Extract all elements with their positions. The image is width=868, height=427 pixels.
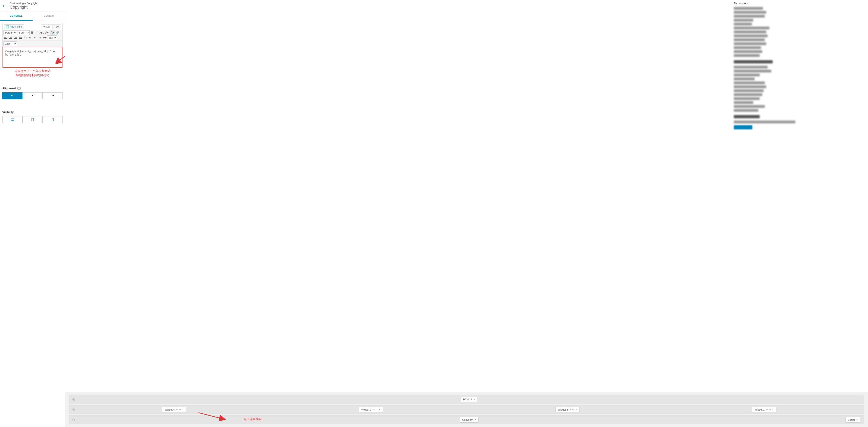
drag-handle-icon[interactable]: ⚙: [72, 397, 75, 402]
copy-icon[interactable]: ⧉: [179, 408, 181, 411]
indent-button[interactable]: ⇥: [37, 35, 42, 40]
chip-label: Widget 1: [755, 408, 765, 411]
bg-color-button[interactable]: A▾: [50, 30, 55, 35]
media-icon: [6, 25, 9, 28]
editor-wrapper: Add media Visual Text Paragraph Format: [2, 23, 63, 68]
bullet-list-button[interactable]: ⋮≡: [23, 35, 28, 40]
responsive-icon: [17, 87, 21, 90]
widget-chip-copyright[interactable]: Copyright ×: [460, 417, 479, 423]
add-media-label: Add media: [10, 25, 22, 28]
chip-label: Copyright: [462, 419, 473, 421]
link-button[interactable]: 🔗: [55, 30, 60, 35]
align-right-option[interactable]: [42, 92, 63, 99]
copy-icon[interactable]: ⧉: [769, 408, 771, 411]
alignment-segment-group: [0, 92, 65, 101]
close-icon[interactable]: ×: [379, 408, 380, 411]
outdent-button[interactable]: ⇤: [33, 35, 37, 40]
sidebar-header: Customizing ▸ Copyright Copyright: [0, 0, 65, 12]
editor-content-area[interactable]: Copyright © [current_year] [site_title].…: [3, 47, 62, 68]
tab-general[interactable]: GENERAL: [0, 12, 33, 21]
align-center-button[interactable]: [8, 35, 13, 40]
visibility-mobile[interactable]: [42, 116, 63, 123]
drag-handle-icon[interactable]: ⚙: [72, 407, 75, 412]
visibility-desktop[interactable]: [2, 116, 23, 123]
chip-label: Widget 2: [361, 408, 371, 411]
close-icon[interactable]: ×: [474, 418, 476, 422]
chip-label: Widget 3: [558, 408, 568, 411]
tags-select[interactable]: Tags: [47, 35, 57, 40]
alignment-section-label: Alignment: [0, 85, 65, 92]
svg-rect-4: [52, 118, 54, 121]
chip-label: Widget 4: [165, 408, 175, 411]
close-icon[interactable]: ×: [473, 398, 475, 401]
tab-design[interactable]: DESIGN: [33, 12, 65, 21]
copy-icon[interactable]: ⧉: [376, 408, 377, 411]
customizer-sidebar: Customizing ▸ Copyright Copyright GENERA…: [0, 0, 65, 427]
text-color-button[interactable]: A▾: [44, 30, 50, 35]
desktop-icon: [11, 118, 14, 121]
number-list-button[interactable]: 1≡: [28, 35, 32, 40]
editor-tab-text[interactable]: Text: [52, 24, 61, 29]
visibility-group: [0, 116, 65, 123]
align-left-button[interactable]: [3, 35, 8, 40]
widget-chip-widget4[interactable]: Widget 4 ⚙⧉ ×: [162, 407, 186, 413]
formats-select[interactable]: Formats: [18, 30, 30, 35]
insert-button[interactable]: ✚▾: [42, 35, 47, 40]
fontsize-select[interactable]: 12pt: [3, 41, 17, 46]
svg-rect-1: [11, 118, 14, 120]
annotation-label-2: 点击这里编辑: [244, 417, 262, 421]
visibility-section-label: Visibility: [0, 108, 65, 116]
visibility-tablet[interactable]: [23, 116, 42, 123]
preview-area: Tab content: [65, 0, 868, 392]
widget-chip-html1[interactable]: HTML 1 ×: [461, 397, 478, 402]
paragraph-select[interactable]: Paragraph: [3, 30, 17, 35]
svg-rect-3: [32, 118, 34, 121]
close-icon[interactable]: ×: [182, 408, 184, 411]
gear-icon[interactable]: ⚙: [176, 408, 178, 411]
chip-label: Social: [848, 419, 855, 421]
close-icon[interactable]: ×: [575, 408, 577, 411]
annotation-shortcode-note: 这里运用了一个年份和网站 标题的简码来实现自动化: [2, 69, 63, 77]
mobile-icon: [52, 118, 54, 121]
close-icon[interactable]: ×: [772, 408, 774, 411]
gear-icon[interactable]: ⚙: [373, 408, 375, 411]
panel-title: Copyright: [10, 5, 63, 10]
editor-tab-visual[interactable]: Visual: [41, 24, 52, 29]
widget-chip-widget1[interactable]: Widget 1 ⚙⧉ ×: [752, 407, 776, 413]
widget-chip-social[interactable]: Social ×: [845, 417, 860, 423]
gear-icon[interactable]: ⚙: [766, 408, 768, 411]
tab-content-heading: Tab content: [734, 2, 799, 5]
add-media-button[interactable]: Add media: [4, 24, 24, 29]
breadcrumb: Customizing ▸ Copyright: [10, 2, 63, 5]
gear-icon[interactable]: ⚙: [569, 408, 571, 411]
copy-icon[interactable]: ⧉: [572, 408, 574, 411]
preview-main: Tab content: [65, 0, 868, 427]
tablet-icon: [31, 118, 34, 121]
align-justify-button[interactable]: [18, 35, 23, 40]
svg-rect-2: [12, 121, 13, 121]
strikethrough-button[interactable]: ABC: [39, 30, 44, 35]
bold-button[interactable]: B: [30, 30, 34, 35]
chip-label: HTML 1: [463, 398, 472, 401]
widget-chip-widget2[interactable]: Widget 2 ⚙⧉ ×: [359, 407, 383, 413]
drag-handle-icon[interactable]: ⚙: [72, 418, 75, 422]
widget-chip-widget3[interactable]: Widget 3 ⚙⧉ ×: [555, 407, 580, 413]
footer-row-html[interactable]: ⚙ HTML 1 ×: [69, 395, 864, 404]
editor-toolbar: Paragraph Formats B I ABC A▾ A▾ 🔗: [3, 30, 62, 40]
panel-tabs: GENERAL DESIGN: [0, 12, 65, 21]
align-center-option[interactable]: [23, 92, 42, 99]
footer-row-widgets[interactable]: ⚙ Widget 4 ⚙⧉ × Widget 2 ⚙⧉ ×: [69, 405, 864, 414]
back-button[interactable]: [0, 0, 7, 11]
chevron-left-icon: [3, 4, 5, 7]
preview-tab-content: Tab content: [734, 2, 799, 129]
footer-row-copyright[interactable]: ⚙ Copyright × 点击这里编辑 Social ×: [69, 416, 864, 424]
close-icon[interactable]: ×: [856, 418, 858, 422]
italic-button[interactable]: I: [35, 30, 39, 35]
align-right-button[interactable]: [13, 35, 18, 40]
align-left-option[interactable]: [2, 92, 23, 99]
